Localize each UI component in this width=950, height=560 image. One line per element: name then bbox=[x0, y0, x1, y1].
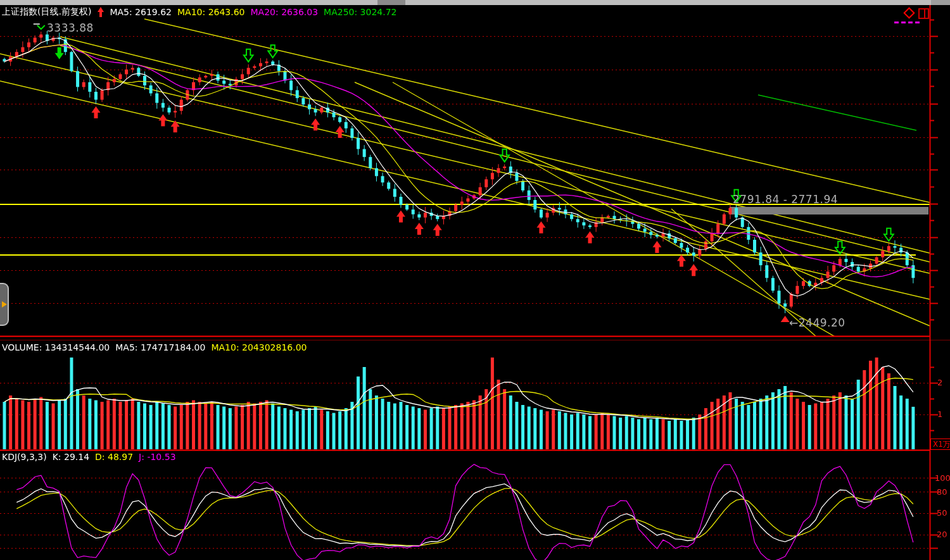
volume-axis-label-1: 1 bbox=[937, 409, 942, 419]
symbol-title: 上证指数(日线.前复权) bbox=[2, 6, 91, 18]
kdj-axis-label-20: 20 bbox=[937, 530, 947, 539]
trading-app-window: 上证指数(日线.前复权) MA5: 2619.62 MA10: 2643.60 … bbox=[0, 0, 950, 560]
high-price-label: 3333.88 bbox=[47, 22, 94, 34]
kdj-k-value: K: 29.14 bbox=[53, 452, 89, 462]
volume-axis-label-2: 2 bbox=[937, 378, 942, 387]
kdj-name: KDJ(9,3,3) bbox=[2, 452, 47, 462]
window-split-icon[interactable] bbox=[918, 8, 929, 19]
ma250-value: MA250: 3024.72 bbox=[324, 7, 396, 17]
range-price-label: 2791.84 - 2771.94 bbox=[733, 193, 838, 206]
chart-canvas[interactable] bbox=[0, 0, 950, 560]
volume-unit-box: X1万 bbox=[930, 439, 950, 450]
magenta-dashed-line-fragment bbox=[894, 22, 920, 23]
kdj-axis-label-80: 80 bbox=[937, 487, 947, 497]
kdj-axis-label-100: 100 bbox=[935, 473, 950, 483]
kdj-pane-header: KDJ(9,3,3) K: 29.14 D: 48.97 J: -10.53 bbox=[2, 452, 176, 462]
kdj-d-value: D: 48.97 bbox=[95, 452, 133, 462]
kdj-axis-label-50: 50 bbox=[937, 508, 947, 518]
low-price-label: ←2449.20 bbox=[789, 316, 846, 329]
side-panel-handle[interactable] bbox=[0, 283, 9, 326]
top-scrollbar-track[interactable] bbox=[0, 0, 950, 5]
expand-arrow-icon bbox=[2, 301, 7, 308]
kdj-j-value: J: -10.53 bbox=[139, 452, 175, 462]
top-scrollbar-endcap bbox=[931, 0, 950, 5]
main-pane-header: 上证指数(日线.前复权) MA5: 2619.62 MA10: 2643.60 … bbox=[2, 6, 397, 18]
price-up-arrow-icon bbox=[97, 7, 104, 17]
ma20-value: MA20: 2636.03 bbox=[251, 7, 319, 17]
volume-ma10-value: MA10: 204302816.00 bbox=[211, 342, 307, 352]
volume-value: VOLUME: 134314544.00 bbox=[2, 342, 110, 352]
ma5-value: MA5: 2619.62 bbox=[110, 7, 172, 17]
volume-pane-header: VOLUME: 134314544.00 MA5: 174717184.00 M… bbox=[2, 342, 307, 352]
top-scrollbar-thumb[interactable] bbox=[377, 0, 405, 5]
volume-ma5-value: MA5: 174717184.00 bbox=[115, 342, 205, 352]
ma10-value: MA10: 2643.60 bbox=[177, 7, 245, 17]
